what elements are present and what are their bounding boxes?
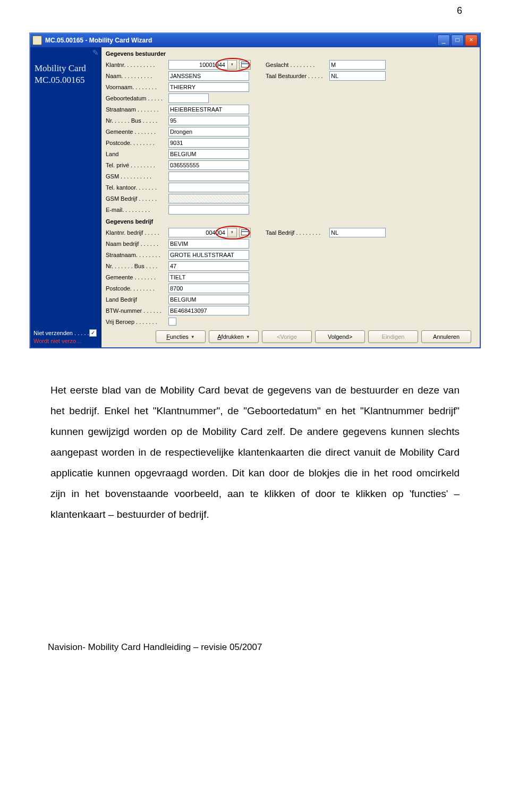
gemeente-input[interactable]: Drongen	[168, 127, 249, 136]
klantnr-card-button[interactable]	[239, 60, 251, 70]
postcode-input[interactable]: 9031	[168, 138, 249, 148]
geslacht-label: Geslacht . . . . . . . .	[266, 62, 329, 68]
straat-label: Straatnaam . . . . . . .	[106, 106, 168, 113]
straat-bedrijf-input[interactable]: GROTE HULSTSTRAAT	[168, 250, 249, 260]
card-icon	[241, 62, 249, 67]
pencil-icon: ✎	[92, 48, 99, 57]
email-input[interactable]	[168, 205, 249, 215]
form-panel: Gegevens bestuurder Klantnr. . . . . . .…	[101, 47, 480, 347]
gsmb-label: GSM Bedrijf . . . . . .	[106, 195, 168, 202]
vrij-beroep-checkbox[interactable]	[168, 318, 176, 326]
titlebar: MC.05.00165 - Mobility Card Wizard _ □ ×	[30, 33, 480, 47]
telkantoor-label: Tel. kantoor. . . . . . .	[106, 184, 168, 191]
nrbus-input[interactable]: 95	[168, 116, 249, 125]
eindigen-button: Eindigen	[368, 330, 418, 343]
klantnr-input[interactable]: 10001944	[168, 60, 228, 70]
telprive-input[interactable]: 036555555	[168, 160, 249, 170]
vrij-beroep-label: Vrij Beroep . . . . . . .	[106, 319, 168, 325]
klantnr-bedrijf-lookup[interactable]	[227, 228, 237, 237]
sidebar-subtitle: MC.05.00165	[30, 74, 101, 86]
gemeente-bedrijf-input[interactable]: TIELT	[168, 272, 249, 282]
nrbus-bedrijf-input[interactable]: 47	[168, 261, 249, 271]
land-bedrijf-input[interactable]: BELGIUM	[168, 295, 249, 304]
volgend-button[interactable]: Volgend>	[315, 330, 365, 343]
geboorte-label: Geboortedatum . . . . .	[106, 95, 168, 101]
page-number: 6	[0, 0, 510, 16]
card-icon	[241, 229, 249, 235]
sidebar: ✎ Mobility Card MC.05.00165 Niet verzend…	[30, 47, 101, 347]
taal-bedrijf-input[interactable]: NL	[329, 228, 386, 237]
window-title: MC.05.00165 - Mobility Card Wizard	[45, 37, 436, 44]
close-button[interactable]: ×	[465, 35, 478, 46]
klantnr-label: Klantnr. . . . . . . . . .	[106, 62, 168, 68]
niet-verzenden-checkbox[interactable]: ✓	[89, 329, 97, 337]
app-icon	[32, 36, 42, 45]
btw-label: BTW-nummer . . . . . .	[106, 307, 168, 314]
nrbus-label: Nr. . . . . . Bus . . . . .	[106, 117, 168, 124]
postcode-bedrijf-input[interactable]: 8700	[168, 284, 249, 293]
niet-verzenden-label: Niet verzenden . . . . .	[33, 330, 89, 336]
telprive-label: Tel. privé . . . . . . . .	[106, 162, 168, 168]
gemeente-bedrijf-label: Gemeente . . . . . . .	[106, 274, 168, 280]
taal-bedrijf-label: Taal Bedrijf . . . . . . . .	[266, 229, 329, 236]
naam-label: Naam. . . . . . . . . .	[106, 73, 168, 79]
postcode-bedrijf-label: Postcode. . . . . . . .	[106, 285, 168, 292]
sidebar-warning: Wordt niet verzo…	[30, 338, 101, 344]
klantnr-lookup[interactable]	[227, 60, 237, 70]
naam-bedrijf-input[interactable]: BEVIM	[168, 239, 249, 249]
klantnr-bedrijf-card-button[interactable]	[239, 228, 251, 237]
minimize-button[interactable]: _	[437, 35, 450, 46]
gsm-input[interactable]	[168, 172, 249, 181]
afdrukken-button[interactable]: Afdrukken ▼	[209, 330, 259, 343]
klantnr-bedrijf-label: Klantnr. bedrijf . . . . .	[106, 229, 168, 236]
nrbus-bedrijf-label: Nr. . . . . . . Bus . . . .	[106, 263, 168, 269]
geboortedatum-input[interactable]	[168, 93, 209, 103]
postcode-label: Postcode. . . . . . . .	[106, 140, 168, 146]
land-label: Land	[106, 151, 168, 157]
body-paragraph: Het eerste blad van de Mobility Card bev…	[50, 380, 460, 525]
functies-button[interactable]: Functies ▼	[156, 330, 206, 343]
klantnr-bedrijf-input[interactable]: 004004	[168, 228, 228, 237]
btw-input[interactable]: BE468413097	[168, 306, 249, 315]
section-driver-header: Gegevens bestuurder	[106, 49, 475, 59]
gemeente-label: Gemeente . . . . . . .	[106, 129, 168, 135]
email-label: E-mail. . . . . . . . .	[106, 207, 168, 213]
vorige-button: <Vorige	[262, 330, 312, 343]
button-bar: Functies ▼ Afdrukken ▼ <Vorige Volgend> …	[106, 327, 475, 347]
app-window: MC.05.00165 - Mobility Card Wizard _ □ ×…	[29, 32, 481, 348]
gsm-label: GSM . . . . . . . . . .	[106, 173, 168, 180]
footer-text: Navision- Mobility Card Handleiding – re…	[48, 642, 510, 653]
taal-bestuurder-input[interactable]: NL	[329, 71, 386, 81]
naam-input[interactable]: JANSSENS	[168, 71, 249, 81]
straatnaam-input[interactable]: HEIEBREESTRAAT	[168, 105, 249, 114]
telkantoor-input[interactable]	[168, 183, 249, 192]
dropdown-icon: ▼	[246, 335, 250, 339]
voornaam-input[interactable]: THIERRY	[168, 82, 249, 92]
geslacht-input[interactable]: M	[329, 60, 386, 70]
maximize-button[interactable]: □	[451, 35, 464, 46]
gsm-bedrijf-input[interactable]	[168, 194, 249, 203]
sidebar-title: Mobility Card	[30, 47, 101, 74]
land-bedrijf-label: Land Bedrijf	[106, 296, 168, 303]
dropdown-icon: ▼	[191, 335, 195, 339]
land-input[interactable]: BELGIUM	[168, 149, 249, 159]
naam-bedrijf-label: Naam bedrijf . . . . . .	[106, 241, 168, 247]
section-company-header: Gegevens bedrijf	[106, 217, 475, 227]
straat-bedrijf-label: Straatnaam. . . . . . . .	[106, 252, 168, 258]
voornaam-label: Voornaam. . . . . . . .	[106, 84, 168, 90]
annuleren-button[interactable]: Annuleren	[421, 330, 471, 343]
taal-bestuurder-label: Taal Bestuurder . . . . .	[266, 73, 329, 79]
